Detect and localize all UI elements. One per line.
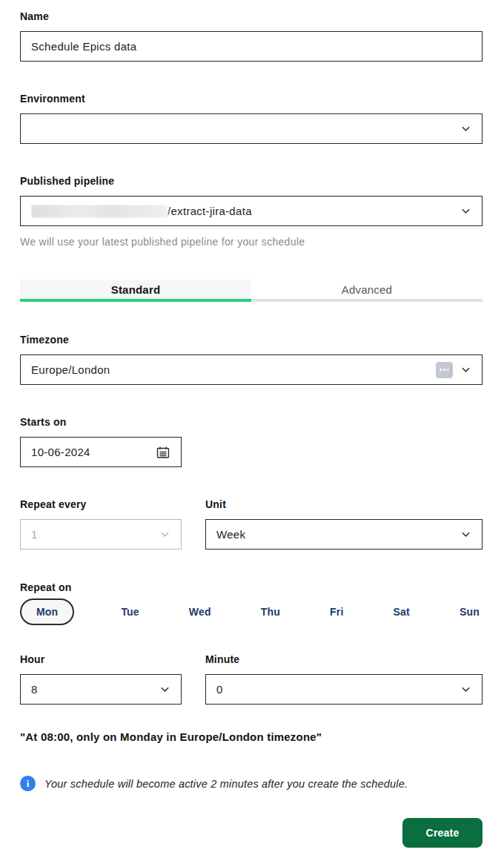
day-button-sun[interactable]: Sun bbox=[457, 606, 483, 618]
repeat-on-label: Repeat on bbox=[20, 581, 483, 593]
timezone-label: Timezone bbox=[20, 334, 483, 346]
day-button-sat[interactable]: Sat bbox=[391, 606, 413, 618]
field-hour: Hour 8 bbox=[20, 653, 182, 705]
minute-select[interactable]: 0 bbox=[205, 674, 483, 705]
day-button-tue[interactable]: Tue bbox=[118, 606, 142, 618]
timezone-value: Europe/London bbox=[31, 363, 436, 376]
unit-label: Unit bbox=[205, 498, 483, 510]
field-name: Name Schedule Epics data bbox=[20, 10, 483, 62]
day-button-thu[interactable]: Thu bbox=[258, 606, 283, 618]
field-starts-on: Starts on 10-06-2024 bbox=[20, 416, 483, 467]
schedule-form: Name Schedule Epics data Environment Pub… bbox=[0, 0, 504, 848]
field-unit: Unit Week bbox=[205, 498, 483, 550]
repeat-row: Repeat every 1 Unit Week bbox=[20, 498, 483, 550]
field-minute: Minute 0 bbox=[205, 653, 483, 705]
published-pipeline-helper: We will use your latest published pipeli… bbox=[20, 236, 483, 248]
repeat-every-select: 1 bbox=[20, 519, 182, 550]
field-repeat-every: Repeat every 1 bbox=[20, 498, 182, 550]
form-footer: Create bbox=[20, 818, 483, 848]
repeat-every-value: 1 bbox=[31, 528, 159, 541]
starts-on-label: Starts on bbox=[20, 416, 483, 428]
unit-select[interactable]: Week bbox=[205, 519, 483, 550]
chevron-down-icon bbox=[460, 684, 471, 695]
field-timezone: Timezone Europe/London bbox=[20, 334, 483, 385]
starts-on-date-input[interactable]: 10-06-2024 bbox=[20, 437, 182, 467]
time-row: Hour 8 Minute 0 bbox=[20, 653, 483, 705]
starts-on-value: 10-06-2024 bbox=[31, 446, 90, 458]
repeat-every-label: Repeat every bbox=[20, 498, 182, 510]
field-published-pipeline: Published pipeline /extract-jira-data We… bbox=[20, 175, 483, 248]
environment-select[interactable] bbox=[20, 113, 483, 144]
field-environment: Environment bbox=[20, 93, 483, 144]
hour-select[interactable]: 8 bbox=[20, 674, 182, 705]
hour-value: 8 bbox=[31, 683, 159, 696]
field-repeat-on: Repeat on Mon Tue Wed Thu Fri Sat Sun bbox=[20, 581, 483, 625]
tab-advanced-label: Advanced bbox=[342, 283, 392, 296]
published-pipeline-value: /extract-jira-data bbox=[31, 205, 460, 218]
schedule-summary-text: "At 08:00, only on Monday in Europe/Lond… bbox=[20, 730, 483, 743]
published-pipeline-select[interactable]: /extract-jira-data bbox=[20, 196, 483, 226]
minute-label: Minute bbox=[205, 653, 483, 665]
info-icon: i bbox=[20, 776, 36, 791]
environment-label: Environment bbox=[20, 93, 483, 105]
unit-value: Week bbox=[216, 528, 460, 541]
name-input-value: Schedule Epics data bbox=[31, 40, 136, 53]
minute-value: 0 bbox=[216, 683, 460, 696]
timezone-select[interactable]: Europe/London bbox=[20, 354, 483, 385]
ellipsis-tag-icon bbox=[436, 362, 453, 378]
tab-standard-label: Standard bbox=[111, 283, 161, 296]
chevron-down-icon bbox=[159, 529, 170, 540]
tab-standard[interactable]: Standard bbox=[20, 280, 251, 302]
day-button-wed[interactable]: Wed bbox=[186, 606, 214, 618]
info-note-text: Your schedule will become active 2 minut… bbox=[44, 778, 408, 790]
schedule-mode-tabs: Standard Advanced bbox=[20, 280, 483, 302]
hour-label: Hour bbox=[20, 653, 182, 665]
tab-advanced[interactable]: Advanced bbox=[251, 280, 483, 302]
info-note-row: i Your schedule will become active 2 min… bbox=[20, 776, 483, 791]
chevron-down-icon bbox=[460, 123, 471, 134]
name-input[interactable]: Schedule Epics data bbox=[20, 31, 483, 62]
day-button-row: Mon Tue Wed Thu Fri Sat Sun bbox=[20, 598, 483, 625]
calendar-icon[interactable] bbox=[156, 445, 170, 460]
chevron-down-icon bbox=[460, 364, 471, 375]
pipeline-name: /extract-jira-data bbox=[168, 205, 252, 217]
create-button[interactable]: Create bbox=[402, 818, 483, 848]
day-button-mon[interactable]: Mon bbox=[20, 598, 74, 625]
name-label: Name bbox=[20, 10, 483, 22]
chevron-down-icon bbox=[159, 684, 170, 695]
day-button-fri[interactable]: Fri bbox=[327, 606, 347, 618]
chevron-down-icon bbox=[460, 205, 471, 217]
chevron-down-icon bbox=[460, 529, 471, 540]
published-pipeline-label: Published pipeline bbox=[20, 175, 483, 187]
pipeline-project-redacted bbox=[31, 205, 168, 218]
